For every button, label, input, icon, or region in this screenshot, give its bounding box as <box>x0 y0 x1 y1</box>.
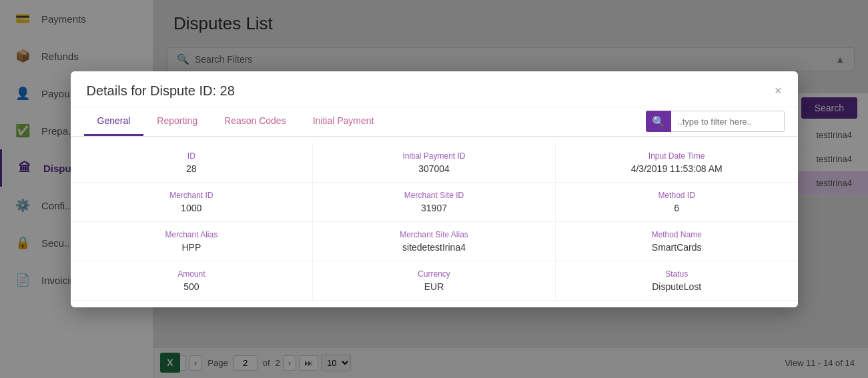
tab-general[interactable]: General <box>84 107 144 136</box>
modal-title: Details for Dispute ID: 28 <box>87 83 235 99</box>
search-icon: 🔍 <box>652 115 665 128</box>
modal-header: Details for Dispute ID: 28 × <box>71 71 798 107</box>
field-merchant-site-alias: Merchant Site Alias sitedetestIrina4 <box>313 222 556 261</box>
modal-close-button[interactable]: × <box>775 85 782 97</box>
tab-reason-codes[interactable]: Reason Codes <box>211 107 300 136</box>
filter-input[interactable] <box>671 111 785 132</box>
modal-body: ID 28 Initial Payment ID 307004 Input Da… <box>71 137 798 307</box>
field-id: ID 28 <box>71 143 314 182</box>
detail-row-4: Amount 500 Currency EUR Status DisputeLo… <box>71 261 798 301</box>
field-initial-payment-id: Initial Payment ID 307004 <box>313 143 556 182</box>
dispute-detail-modal: Details for Dispute ID: 28 × General Rep… <box>71 71 798 307</box>
filter-search-button[interactable]: 🔍 <box>646 111 671 132</box>
detail-row-1: ID 28 Initial Payment ID 307004 Input Da… <box>71 143 798 183</box>
field-input-date-time: Input Date Time 4/3/2019 11:53:08 AM <box>556 143 798 182</box>
field-currency: Currency EUR <box>313 261 556 300</box>
field-merchant-site-id: Merchant Site ID 31907 <box>313 183 556 221</box>
field-merchant-alias: Merchant Alias HPP <box>71 222 314 261</box>
tabs-row: General Reporting Reason Codes Initial P… <box>71 107 798 137</box>
tab-filter-area: 🔍 <box>646 111 785 132</box>
tab-initial-payment[interactable]: Initial Payment <box>300 107 388 136</box>
field-status: Status DisputeLost <box>556 261 798 300</box>
tab-reporting[interactable]: Reporting <box>143 107 211 136</box>
detail-row-3: Merchant Alias HPP Merchant Site Alias s… <box>71 222 798 261</box>
field-amount: Amount 500 <box>71 261 314 300</box>
field-merchant-id: Merchant ID 1000 <box>71 183 314 221</box>
field-method-name: Method Name SmartCards <box>556 222 798 261</box>
detail-row-2: Merchant ID 1000 Merchant Site ID 31907 … <box>71 183 798 222</box>
field-method-id: Method ID 6 <box>556 183 798 221</box>
